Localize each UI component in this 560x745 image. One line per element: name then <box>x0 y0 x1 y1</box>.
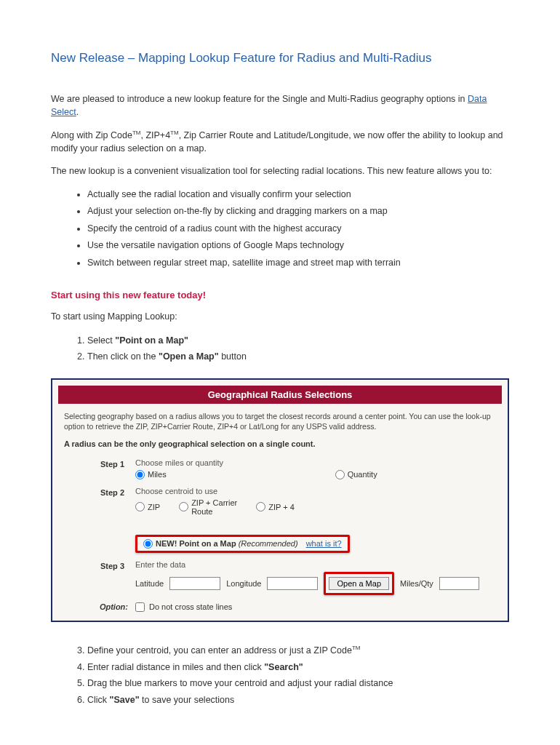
step-2-post: button <box>219 351 247 362</box>
point-on-map-label: NEW! Point on a Map (Recommended) <box>156 539 298 548</box>
bullet-item: Actually see the radial location and vis… <box>87 188 509 202</box>
panel-bold-note: A radius can be the only geographical se… <box>64 439 496 448</box>
step-6-post: to save your selections <box>140 695 235 705</box>
step2-label: Step 2 <box>100 487 135 497</box>
recommended-text: (Recommended) <box>239 539 298 548</box>
step1-title: Choose miles or quantity <box>135 458 496 467</box>
step-6: Click "Save" to save your selections <box>87 693 509 707</box>
step-6-bold: "Save" <box>110 695 140 705</box>
quantity-label: Quantity <box>348 470 377 479</box>
intro-p2: Along with Zip CodeTM, ZIP+4TM, Zip Carr… <box>51 129 509 155</box>
point-on-map-radio[interactable] <box>143 539 153 549</box>
step-1-bold: "Point on a Map" <box>115 335 188 346</box>
step3-label: Step 3 <box>100 560 135 570</box>
feature-bullets: Actually see the radial location and vis… <box>87 188 509 270</box>
page-title: New Release – Mapping Lookup Feature for… <box>51 51 509 65</box>
step-1-pre: Select <box>87 335 115 346</box>
zip-radio[interactable]: ZIP <box>135 502 160 511</box>
panel-option-row: Option: Do not cross state lines <box>93 602 496 612</box>
bullet-item: Specify the centroid of a radius count w… <box>87 223 509 236</box>
zip-carrier-radio-input[interactable] <box>179 502 188 511</box>
open-map-button[interactable]: Open a Map <box>329 577 389 590</box>
tm-mark-1: TM <box>132 130 141 136</box>
longitude-input[interactable] <box>267 577 318 590</box>
cross-state-checkbox[interactable] <box>135 602 145 612</box>
intro-p3: The new lookup is a convenient visualiza… <box>51 165 509 178</box>
zip4-radio[interactable]: ZIP + 4 <box>256 502 295 511</box>
panel-description: Selecting geography based on a radius al… <box>64 411 496 431</box>
tm-mark-2: TM <box>170 130 179 136</box>
zip-carrier-label: ZIP + CarrierRoute <box>191 498 237 516</box>
zip4-label: ZIP + 4 <box>268 503 295 511</box>
intro-p2a: Along with Zip Code <box>51 130 132 140</box>
step-5: Drag the blue markers to move your centr… <box>87 677 509 690</box>
cross-state-label: Do not cross state lines <box>149 602 232 611</box>
miles-label: Miles <box>148 470 167 479</box>
miles-qty-input[interactable] <box>439 577 479 590</box>
panel-step-3: Step 3 Enter the data Latitude Longitude… <box>100 560 496 595</box>
step-1: Select "Point on a Map" <box>87 334 509 348</box>
bullet-item: Use the versatile navigation options of … <box>87 239 509 252</box>
step2-title: Choose centroid to use <box>135 487 496 495</box>
step-3: Define your centroid, you can enter an a… <box>87 644 509 658</box>
quantity-radio-input[interactable] <box>335 470 345 479</box>
latitude-input[interactable] <box>169 577 220 590</box>
panel-step-2: Step 2 Choose centroid to use ZIP ZIP + … <box>100 487 496 553</box>
point-on-map-highlight: NEW! Point on a Map (Recommended) what i… <box>135 535 350 553</box>
intro-p1-end: . <box>76 107 79 117</box>
panel-header: Geographical Radius Selections <box>58 386 502 404</box>
howto-intro: To start using Mapping Lookup: <box>51 311 509 324</box>
step-2: Then click on the "Open a Map" button <box>87 350 509 364</box>
miles-radio[interactable]: Miles <box>135 470 167 479</box>
zip-radio-input[interactable] <box>135 502 145 511</box>
what-is-it-link[interactable]: what is it? <box>306 539 342 548</box>
step-4: Enter radial distance in miles and then … <box>87 661 509 674</box>
panel-step-1: Step 1 Choose miles or quantity Miles Qu… <box>100 458 496 479</box>
intro-p1-text: We are pleased to introduce a new lookup… <box>51 94 468 104</box>
step-2-pre: Then click on the <box>87 351 159 362</box>
bullet-item: Switch between regular street map, satel… <box>87 257 509 270</box>
quantity-radio[interactable]: Quantity <box>335 470 377 479</box>
step-2-bold: "Open a Map" <box>159 351 219 362</box>
open-map-highlight: Open a Map <box>324 572 394 595</box>
step3-title: Enter the data <box>135 560 496 569</box>
step-4-bold: "Search" <box>264 662 303 672</box>
latitude-label: Latitude <box>135 579 164 588</box>
zip4-radio-input[interactable] <box>256 502 265 511</box>
step-6-pre: Click <box>87 695 110 705</box>
steps-list-top: Select "Point on a Map" Then click on th… <box>87 334 509 364</box>
tm-mark-3: TM <box>352 645 361 651</box>
step1-label: Step 1 <box>100 458 135 469</box>
option-label: Option: <box>93 602 135 611</box>
zip-carrier-radio[interactable]: ZIP + CarrierRoute <box>179 498 237 516</box>
miles-qty-label: Miles/Qty <box>400 579 433 588</box>
step-4-pre: Enter radial distance in miles and then … <box>87 662 264 672</box>
miles-radio-input[interactable] <box>135 470 145 479</box>
intro-p1: We are pleased to introduce a new lookup… <box>51 93 509 119</box>
steps-list-bottom: Define your centroid, you can enter an a… <box>87 644 509 707</box>
step-3-text: Define your centroid, you can enter an a… <box>87 645 352 656</box>
new-text: NEW! Point on a Map <box>156 539 236 548</box>
longitude-label: Longitude <box>226 579 261 588</box>
radius-panel: Geographical Radius Selections Selecting… <box>51 378 509 622</box>
promo-heading: Start using this new feature today! <box>51 290 509 300</box>
bullet-item: Adjust your selection on-the-fly by clic… <box>87 205 509 218</box>
intro-p2b: , ZIP+4 <box>140 130 170 140</box>
zip-label: ZIP <box>148 503 160 511</box>
